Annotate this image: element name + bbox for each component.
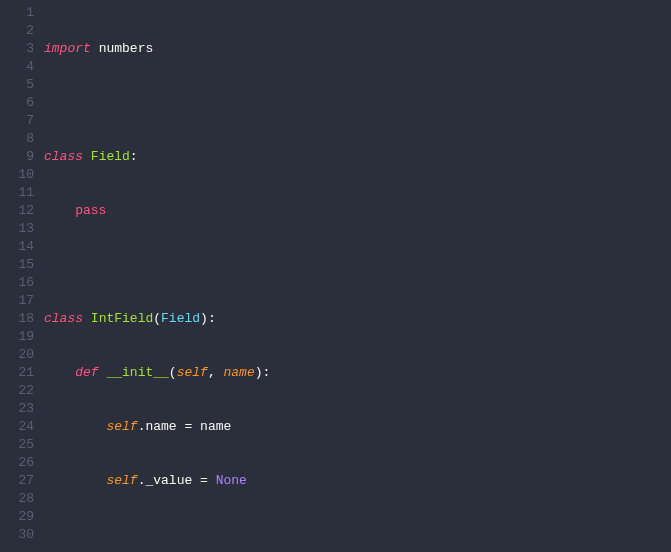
- line-number: 5: [0, 76, 34, 94]
- line-number: 7: [0, 112, 34, 130]
- line-number: 19: [0, 328, 34, 346]
- line-number: 6: [0, 94, 34, 112]
- code-line[interactable]: self.name = name: [44, 418, 671, 436]
- line-number: 25: [0, 436, 34, 454]
- line-number: 12: [0, 202, 34, 220]
- code-area[interactable]: import numbers class Field: pass class I…: [44, 4, 671, 552]
- line-number-gutter: 1 2 3 4 5 6 7 8 9 10 11 12 13 14 15 16 1…: [0, 4, 44, 552]
- line-number: 2: [0, 22, 34, 40]
- code-line[interactable]: def __init__(self, name):: [44, 364, 671, 382]
- line-number: 13: [0, 220, 34, 238]
- line-number: 9: [0, 148, 34, 166]
- line-number: 4: [0, 58, 34, 76]
- line-number: 28: [0, 490, 34, 508]
- line-number: 8: [0, 130, 34, 148]
- line-number: 30: [0, 526, 34, 544]
- line-number: 29: [0, 508, 34, 526]
- code-line[interactable]: class IntField(Field):: [44, 310, 671, 328]
- code-line[interactable]: [44, 526, 671, 544]
- line-number: 14: [0, 238, 34, 256]
- line-number: 16: [0, 274, 34, 292]
- line-number: 27: [0, 472, 34, 490]
- line-number: 24: [0, 418, 34, 436]
- code-line[interactable]: [44, 256, 671, 274]
- line-number: 11: [0, 184, 34, 202]
- line-number: 20: [0, 346, 34, 364]
- line-number: 21: [0, 364, 34, 382]
- line-number: 22: [0, 382, 34, 400]
- line-number: 10: [0, 166, 34, 184]
- code-line[interactable]: pass: [44, 202, 671, 220]
- code-line[interactable]: self._value = None: [44, 472, 671, 490]
- code-editor[interactable]: 1 2 3 4 5 6 7 8 9 10 11 12 13 14 15 16 1…: [0, 0, 671, 552]
- code-line[interactable]: [44, 94, 671, 112]
- line-number: 1: [0, 4, 34, 22]
- line-number: 3: [0, 40, 34, 58]
- line-number: 23: [0, 400, 34, 418]
- code-line[interactable]: import numbers: [44, 40, 671, 58]
- code-line[interactable]: class Field:: [44, 148, 671, 166]
- line-number: 17: [0, 292, 34, 310]
- line-number: 18: [0, 310, 34, 328]
- line-number: 26: [0, 454, 34, 472]
- line-number: 15: [0, 256, 34, 274]
